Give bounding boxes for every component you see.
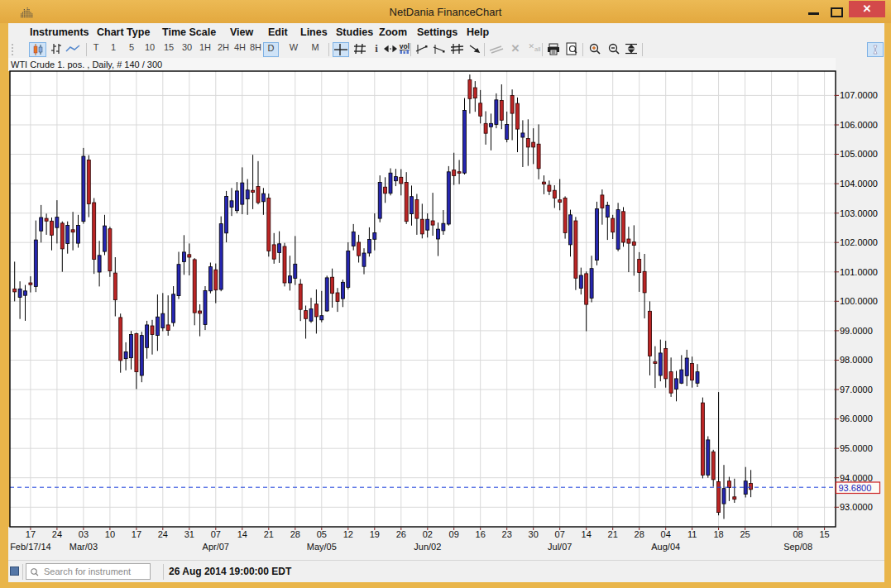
svg-text:17: 17	[26, 529, 36, 539]
svg-text:26: 26	[396, 529, 406, 539]
svg-text:02: 02	[423, 529, 433, 539]
svg-text:30: 30	[529, 529, 539, 539]
svg-text:93.6800: 93.6800	[839, 483, 872, 493]
svg-text:105.0000: 105.0000	[840, 149, 878, 159]
svg-text:15: 15	[819, 529, 829, 539]
svg-text:12: 12	[343, 529, 353, 539]
svg-text:Sep/08: Sep/08	[783, 542, 812, 552]
svg-text:99.0000: 99.0000	[840, 326, 873, 336]
svg-text:102.0000: 102.0000	[840, 237, 878, 247]
svg-text:09: 09	[449, 529, 459, 539]
svg-text:107.0000: 107.0000	[840, 90, 878, 100]
svg-text:24: 24	[52, 529, 62, 539]
svg-text:Aug/04: Aug/04	[651, 542, 680, 552]
svg-text:18: 18	[713, 529, 723, 539]
svg-text:31: 31	[184, 529, 194, 539]
svg-text:95.0000: 95.0000	[840, 443, 873, 453]
svg-text:Mar/03: Mar/03	[69, 542, 98, 552]
svg-text:100.0000: 100.0000	[840, 296, 878, 306]
svg-text:28: 28	[635, 529, 644, 539]
svg-text:10: 10	[105, 529, 115, 539]
svg-text:28: 28	[290, 529, 300, 539]
svg-text:106.0000: 106.0000	[840, 120, 878, 130]
svg-text:Jul/07: Jul/07	[548, 542, 572, 552]
svg-text:08: 08	[793, 529, 802, 539]
svg-text:94.0000: 94.0000	[840, 473, 873, 483]
svg-text:Jun/02: Jun/02	[414, 542, 441, 552]
svg-text:19: 19	[370, 529, 380, 539]
svg-text:104.0000: 104.0000	[840, 179, 878, 189]
svg-text:16: 16	[476, 529, 486, 539]
svg-text:101.0000: 101.0000	[840, 267, 878, 277]
svg-text:05: 05	[317, 529, 327, 539]
svg-text:21: 21	[264, 529, 274, 539]
svg-text:98.0000: 98.0000	[840, 355, 873, 365]
svg-text:103.0000: 103.0000	[840, 208, 878, 218]
svg-text:07: 07	[555, 529, 565, 539]
svg-text:23: 23	[502, 529, 512, 539]
svg-text:Apr/07: Apr/07	[203, 542, 229, 552]
svg-text:03: 03	[79, 529, 89, 539]
svg-text:07: 07	[211, 529, 221, 539]
svg-text:97.0000: 97.0000	[840, 385, 873, 394]
svg-text:96.0000: 96.0000	[840, 414, 873, 423]
svg-text:11: 11	[687, 529, 697, 539]
svg-text:17: 17	[132, 529, 141, 539]
svg-text:93.0000: 93.0000	[840, 502, 873, 512]
svg-text:25: 25	[740, 529, 750, 539]
svg-text:14: 14	[237, 529, 247, 539]
svg-text:24: 24	[158, 529, 168, 539]
svg-text:Feb/17/14: Feb/17/14	[10, 542, 51, 552]
svg-text:14: 14	[582, 529, 592, 539]
svg-text:May/05: May/05	[307, 542, 337, 552]
svg-text:04: 04	[661, 529, 671, 539]
svg-text:21: 21	[608, 529, 618, 539]
